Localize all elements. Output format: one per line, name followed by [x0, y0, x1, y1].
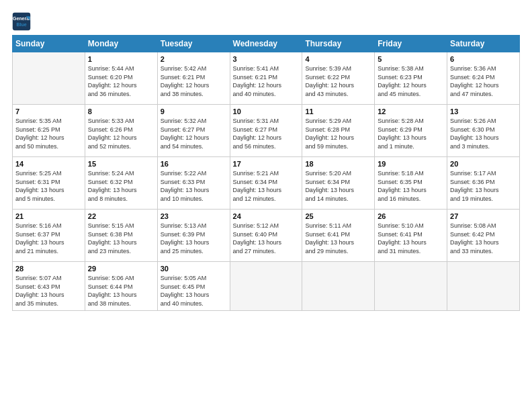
day-number: 10: [233, 107, 300, 116]
calendar-cell: 8Sunrise: 5:33 AM Sunset: 6:26 PM Daylig…: [85, 105, 157, 157]
svg-rect-0: [13, 13, 30, 30]
day-number: 4: [305, 55, 371, 63]
day-info: Sunrise: 5:20 AM Sunset: 6:34 PM Dayligh…: [305, 169, 371, 203]
day-info: Sunrise: 5:35 AM Sunset: 6:25 PM Dayligh…: [15, 117, 82, 150]
day-number: 13: [450, 107, 517, 116]
day-number: 15: [88, 160, 154, 168]
day-number: 7: [15, 107, 82, 116]
day-number: 1: [88, 55, 154, 63]
day-info: Sunrise: 5:10 AM Sunset: 6:41 PM Dayligh…: [378, 222, 444, 255]
calendar-cell: 14Sunrise: 5:25 AM Sunset: 6:31 PM Dayli…: [13, 157, 85, 210]
day-info: Sunrise: 5:36 AM Sunset: 6:24 PM Dayligh…: [450, 64, 517, 98]
calendar-cell: [375, 262, 447, 311]
calendar-cell: 16Sunrise: 5:22 AM Sunset: 6:33 PM Dayli…: [157, 157, 230, 210]
day-number: 3: [233, 55, 300, 63]
calendar-cell: 18Sunrise: 5:20 AM Sunset: 6:34 PM Dayli…: [302, 157, 375, 210]
day-info: Sunrise: 5:25 AM Sunset: 6:31 PM Dayligh…: [15, 169, 82, 203]
day-number: 11: [305, 107, 371, 116]
day-number: 24: [233, 212, 300, 220]
day-info: Sunrise: 5:12 AM Sunset: 6:40 PM Dayligh…: [233, 222, 300, 255]
weekday-header-friday: Friday: [375, 36, 447, 52]
day-info: Sunrise: 5:16 AM Sunset: 6:37 PM Dayligh…: [15, 222, 82, 255]
weekday-header-sunday: Sunday: [13, 36, 85, 52]
day-number: 9: [161, 107, 227, 116]
week-row-5: 28Sunrise: 5:07 AM Sunset: 6:43 PM Dayli…: [13, 262, 520, 311]
day-number: 19: [378, 160, 444, 168]
day-info: Sunrise: 5:24 AM Sunset: 6:32 PM Dayligh…: [88, 169, 154, 203]
header: General Blue: [12, 12, 520, 31]
day-info: Sunrise: 5:07 AM Sunset: 6:43 PM Dayligh…: [15, 274, 82, 308]
day-number: 6: [450, 55, 517, 63]
calendar-cell: 5Sunrise: 5:38 AM Sunset: 6:23 PM Daylig…: [375, 52, 447, 105]
day-number: 23: [161, 212, 227, 220]
day-number: 17: [233, 160, 300, 168]
day-number: 26: [378, 212, 444, 220]
svg-text:Blue: Blue: [16, 22, 26, 27]
day-info: Sunrise: 5:22 AM Sunset: 6:33 PM Dayligh…: [161, 169, 227, 203]
page: General Blue SundayMondayTuesdayWednesda…: [0, 0, 532, 411]
day-info: Sunrise: 5:41 AM Sunset: 6:21 PM Dayligh…: [233, 64, 300, 98]
week-row-3: 14Sunrise: 5:25 AM Sunset: 6:31 PM Dayli…: [13, 157, 520, 210]
day-number: 14: [15, 160, 82, 168]
calendar-cell: [302, 262, 375, 311]
calendar-cell: 23Sunrise: 5:13 AM Sunset: 6:39 PM Dayli…: [157, 210, 230, 262]
day-info: Sunrise: 5:05 AM Sunset: 6:45 PM Dayligh…: [161, 274, 227, 308]
weekday-header-saturday: Saturday: [447, 36, 520, 52]
calendar-cell: 1Sunrise: 5:44 AM Sunset: 6:20 PM Daylig…: [85, 52, 157, 105]
calendar-cell: 12Sunrise: 5:28 AM Sunset: 6:29 PM Dayli…: [375, 105, 447, 157]
calendar-cell: 2Sunrise: 5:42 AM Sunset: 6:21 PM Daylig…: [157, 52, 230, 105]
day-number: 29: [88, 265, 154, 273]
day-info: Sunrise: 5:38 AM Sunset: 6:23 PM Dayligh…: [378, 64, 444, 98]
day-number: 28: [15, 265, 82, 273]
logo-icon: General Blue: [12, 12, 31, 31]
day-info: Sunrise: 5:28 AM Sunset: 6:29 PM Dayligh…: [378, 117, 444, 150]
weekday-header-wednesday: Wednesday: [230, 36, 302, 52]
calendar-cell: 29Sunrise: 5:06 AM Sunset: 6:44 PM Dayli…: [85, 262, 157, 311]
calendar-cell: [13, 52, 85, 105]
day-number: 16: [161, 160, 227, 168]
day-info: Sunrise: 5:32 AM Sunset: 6:27 PM Dayligh…: [161, 117, 227, 150]
weekday-header-monday: Monday: [85, 36, 157, 52]
calendar-cell: 25Sunrise: 5:11 AM Sunset: 6:41 PM Dayli…: [302, 210, 375, 262]
day-number: 22: [88, 212, 154, 220]
day-info: Sunrise: 5:13 AM Sunset: 6:39 PM Dayligh…: [161, 222, 227, 255]
day-info: Sunrise: 5:39 AM Sunset: 6:22 PM Dayligh…: [305, 64, 371, 98]
calendar-cell: 11Sunrise: 5:29 AM Sunset: 6:28 PM Dayli…: [302, 105, 375, 157]
weekday-header-row: SundayMondayTuesdayWednesdayThursdayFrid…: [13, 36, 520, 52]
calendar-cell: 15Sunrise: 5:24 AM Sunset: 6:32 PM Dayli…: [85, 157, 157, 210]
day-number: 2: [161, 55, 227, 63]
week-row-1: 1Sunrise: 5:44 AM Sunset: 6:20 PM Daylig…: [13, 52, 520, 105]
calendar-cell: 4Sunrise: 5:39 AM Sunset: 6:22 PM Daylig…: [302, 52, 375, 105]
calendar-cell: 7Sunrise: 5:35 AM Sunset: 6:25 PM Daylig…: [13, 105, 85, 157]
day-number: 25: [305, 212, 371, 220]
calendar-table: SundayMondayTuesdayWednesdayThursdayFrid…: [12, 35, 520, 311]
day-info: Sunrise: 5:17 AM Sunset: 6:36 PM Dayligh…: [450, 169, 517, 203]
calendar-cell: 13Sunrise: 5:26 AM Sunset: 6:30 PM Dayli…: [447, 105, 520, 157]
day-info: Sunrise: 5:33 AM Sunset: 6:26 PM Dayligh…: [88, 117, 154, 150]
day-info: Sunrise: 5:08 AM Sunset: 6:42 PM Dayligh…: [450, 222, 517, 255]
week-row-2: 7Sunrise: 5:35 AM Sunset: 6:25 PM Daylig…: [13, 105, 520, 157]
calendar-cell: 30Sunrise: 5:05 AM Sunset: 6:45 PM Dayli…: [157, 262, 230, 311]
week-row-4: 21Sunrise: 5:16 AM Sunset: 6:37 PM Dayli…: [13, 210, 520, 262]
calendar-cell: [447, 262, 520, 311]
day-info: Sunrise: 5:31 AM Sunset: 6:27 PM Dayligh…: [233, 117, 300, 150]
day-info: Sunrise: 5:44 AM Sunset: 6:20 PM Dayligh…: [88, 64, 154, 98]
day-number: 12: [378, 107, 444, 116]
logo: General Blue: [12, 12, 31, 31]
day-info: Sunrise: 5:26 AM Sunset: 6:30 PM Dayligh…: [450, 117, 517, 150]
calendar-cell: 9Sunrise: 5:32 AM Sunset: 6:27 PM Daylig…: [157, 105, 230, 157]
calendar-cell: 21Sunrise: 5:16 AM Sunset: 6:37 PM Dayli…: [13, 210, 85, 262]
day-info: Sunrise: 5:29 AM Sunset: 6:28 PM Dayligh…: [305, 117, 371, 150]
day-info: Sunrise: 5:42 AM Sunset: 6:21 PM Dayligh…: [161, 64, 227, 98]
calendar-cell: 17Sunrise: 5:21 AM Sunset: 6:34 PM Dayli…: [230, 157, 302, 210]
weekday-header-tuesday: Tuesday: [157, 36, 230, 52]
calendar-cell: 26Sunrise: 5:10 AM Sunset: 6:41 PM Dayli…: [375, 210, 447, 262]
calendar-cell: 20Sunrise: 5:17 AM Sunset: 6:36 PM Dayli…: [447, 157, 520, 210]
weekday-header-thursday: Thursday: [302, 36, 375, 52]
day-info: Sunrise: 5:11 AM Sunset: 6:41 PM Dayligh…: [305, 222, 371, 255]
calendar-cell: 19Sunrise: 5:18 AM Sunset: 6:35 PM Dayli…: [375, 157, 447, 210]
day-info: Sunrise: 5:18 AM Sunset: 6:35 PM Dayligh…: [378, 169, 444, 203]
day-number: 5: [378, 55, 444, 63]
calendar-cell: [230, 262, 302, 311]
calendar-cell: 27Sunrise: 5:08 AM Sunset: 6:42 PM Dayli…: [447, 210, 520, 262]
